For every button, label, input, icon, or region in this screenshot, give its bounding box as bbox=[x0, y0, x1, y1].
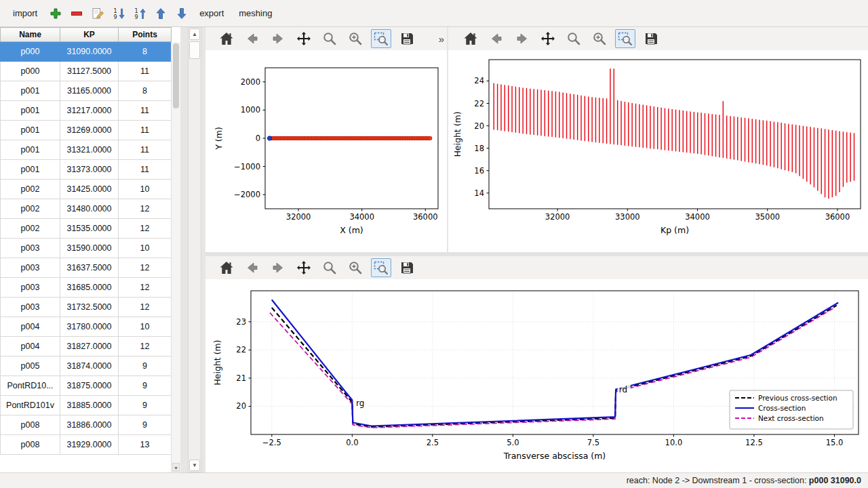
save-button[interactable] bbox=[641, 29, 661, 48]
zoom-rect-icon bbox=[373, 260, 389, 276]
table-row[interactable]: p00331732.500012 bbox=[1, 298, 172, 317]
save-button[interactable] bbox=[397, 29, 417, 48]
table-row[interactable]: p00231425.000010 bbox=[1, 180, 172, 199]
zoom-icon bbox=[321, 30, 338, 47]
cell-name: p000 bbox=[1, 42, 60, 62]
cell-name: p003 bbox=[1, 278, 60, 298]
table-row[interactable]: p00131217.000011 bbox=[1, 101, 172, 121]
cross-section-chart[interactable]: −2.50.02.55.07.510.012.515.020212223Tran… bbox=[205, 279, 868, 472]
home-button[interactable] bbox=[216, 258, 237, 277]
cell-points: 12 bbox=[119, 258, 172, 278]
svg-text:34000: 34000 bbox=[685, 212, 710, 222]
table-row[interactable]: p00831886.00009 bbox=[1, 415, 172, 435]
cell-name: p001 bbox=[1, 160, 60, 180]
home-button[interactable] bbox=[216, 29, 237, 48]
pan-button[interactable] bbox=[538, 29, 558, 48]
home-icon bbox=[462, 30, 479, 47]
table-row[interactable]: p00231535.000012 bbox=[1, 219, 172, 239]
statusbar-current-section: p000 31090.0 bbox=[809, 476, 861, 485]
home-icon bbox=[218, 30, 235, 47]
table-row[interactable]: p00331590.000010 bbox=[1, 239, 172, 258]
svg-text:Height (m): Height (m) bbox=[452, 111, 462, 157]
cell-points: 12 bbox=[119, 337, 172, 357]
cell-kp: 31637.5000 bbox=[60, 258, 119, 278]
add-button[interactable] bbox=[46, 4, 64, 22]
col-header-points[interactable]: Points bbox=[119, 28, 172, 42]
col-header-kp[interactable]: KP bbox=[60, 28, 119, 42]
forward-button[interactable] bbox=[268, 258, 288, 277]
back-button[interactable] bbox=[486, 29, 507, 48]
col-header-name[interactable]: Name bbox=[1, 28, 60, 42]
back-button[interactable] bbox=[242, 258, 262, 277]
save-icon bbox=[399, 30, 415, 47]
zoom-rect-button[interactable] bbox=[371, 258, 391, 277]
svg-text:X (m): X (m) bbox=[340, 225, 363, 235]
table-scroll-down-button[interactable]: ▼ bbox=[172, 463, 180, 472]
table-row[interactable]: p00131269.000011 bbox=[1, 121, 172, 140]
table-row[interactable]: p00031090.00008 bbox=[1, 42, 172, 62]
cell-kp: 31165.0000 bbox=[60, 81, 119, 101]
zoom-alt-button[interactable] bbox=[589, 29, 610, 48]
toolbar-overflow-button[interactable]: » bbox=[439, 33, 444, 45]
sort-asc-button[interactable]: 19 bbox=[130, 4, 149, 22]
table-row[interactable]: p00331637.500012 bbox=[1, 258, 172, 278]
svg-text:Transverse abscissa (m): Transverse abscissa (m) bbox=[503, 451, 606, 461]
table-row[interactable]: p00331685.000012 bbox=[1, 278, 172, 298]
zoom-rect-button[interactable] bbox=[371, 29, 391, 48]
table-row[interactable]: p00131165.00008 bbox=[1, 81, 172, 101]
save-button[interactable] bbox=[397, 258, 417, 277]
cell-points: 8 bbox=[119, 81, 172, 101]
zoom-icon bbox=[566, 30, 582, 47]
move-up-button[interactable] bbox=[151, 4, 170, 22]
table-row[interactable]: p00231480.000012 bbox=[1, 199, 172, 219]
move-down-icon bbox=[175, 7, 189, 20]
panel-scroll-up-button[interactable]: ▲ bbox=[189, 28, 200, 40]
pan-icon bbox=[540, 30, 556, 47]
table-scrollbar[interactable]: ▼ bbox=[171, 42, 180, 472]
forward-button[interactable] bbox=[268, 29, 288, 48]
home-button[interactable] bbox=[460, 29, 481, 48]
move-down-button[interactable] bbox=[172, 4, 191, 22]
table-row[interactable]: p00031127.500011 bbox=[1, 62, 172, 81]
table-row[interactable]: p00431827.000012 bbox=[1, 337, 172, 357]
zoom-alt-button[interactable] bbox=[345, 29, 366, 48]
zoom-button[interactable] bbox=[319, 29, 340, 48]
export-button[interactable]: export bbox=[193, 5, 230, 22]
table-row[interactable]: p00431780.000010 bbox=[1, 317, 172, 337]
table-row[interactable]: p00131321.000011 bbox=[1, 140, 172, 160]
zoom-button[interactable] bbox=[319, 258, 340, 277]
svg-text:20: 20 bbox=[474, 121, 484, 131]
import-button[interactable]: import bbox=[7, 5, 43, 22]
table-row[interactable]: p00131373.000011 bbox=[1, 160, 172, 180]
cell-name: p002 bbox=[1, 219, 60, 239]
zoom-alt-button[interactable] bbox=[345, 258, 366, 277]
svg-text:2.5: 2.5 bbox=[427, 438, 439, 447]
meshing-button[interactable]: meshing bbox=[233, 5, 278, 22]
table-header-row: Name KP Points bbox=[1, 28, 172, 42]
panel-scrollbar-thumb[interactable] bbox=[189, 41, 200, 59]
svg-text:24: 24 bbox=[474, 76, 484, 85]
table-scrollbar-thumb[interactable] bbox=[173, 43, 179, 108]
back-button[interactable] bbox=[242, 29, 262, 48]
menubar: import 1919 export meshing bbox=[0, 0, 868, 27]
svg-text:Kp (m): Kp (m) bbox=[660, 225, 689, 235]
cell-name: PontRD10... bbox=[1, 376, 60, 396]
cell-kp: 31780.0000 bbox=[60, 317, 119, 337]
forward-button[interactable] bbox=[512, 29, 532, 48]
table-row[interactable]: p00831929.000013 bbox=[1, 435, 172, 455]
table-row[interactable]: p00531874.00009 bbox=[1, 357, 172, 376]
pan-button[interactable] bbox=[294, 258, 314, 277]
save-icon bbox=[643, 30, 659, 47]
zoom-rect-button[interactable] bbox=[615, 29, 635, 48]
zoom-button[interactable] bbox=[564, 29, 584, 48]
panel-scrollbar[interactable]: ▲ ▼ bbox=[188, 27, 201, 472]
pan-button[interactable] bbox=[294, 29, 314, 48]
panel-scroll-down-button[interactable]: ▼ bbox=[189, 460, 200, 471]
table-row[interactable]: PontRD10...31875.00009 bbox=[1, 376, 172, 396]
sort-desc-button[interactable]: 19 bbox=[109, 4, 127, 22]
plan-chart[interactable]: 320003400036000−2000−1000010002000X (m)Y… bbox=[205, 50, 447, 252]
remove-button[interactable] bbox=[67, 4, 85, 22]
edit-button[interactable] bbox=[88, 4, 106, 22]
profile-chart[interactable]: 3200033000340003500036000141618202224Kp … bbox=[448, 50, 868, 252]
table-row[interactable]: PontRD101v31885.00009 bbox=[1, 396, 172, 415]
